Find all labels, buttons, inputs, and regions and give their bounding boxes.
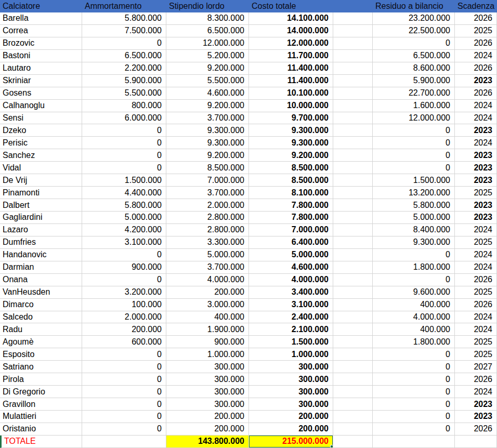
costo-totale-cell[interactable]: 9.300.000: [249, 124, 333, 137]
spacer-cell[interactable]: [333, 112, 373, 125]
player-name-cell[interactable]: De Vrij: [0, 174, 82, 187]
residuo-cell[interactable]: 5.900.000: [373, 75, 455, 87]
player-name-cell[interactable]: Lautaro: [0, 62, 82, 75]
spacer-cell[interactable]: [333, 423, 373, 436]
ammortamento-cell[interactable]: 5.500.000: [82, 87, 166, 100]
scadenza-cell[interactable]: 2025: [455, 286, 497, 299]
scadenza-cell[interactable]: 2027: [455, 361, 497, 373]
costo-totale-cell[interactable]: 8.500.000: [249, 162, 333, 174]
residuo-cell[interactable]: 0: [373, 423, 455, 436]
costo-totale-cell[interactable]: 9.200.000: [249, 149, 333, 162]
ammortamento-cell[interactable]: 600.000: [82, 336, 166, 348]
scadenza-cell[interactable]: 2023: [455, 149, 497, 162]
scadenza-cell[interactable]: 2024: [455, 311, 497, 324]
ammortamento-cell[interactable]: 0: [82, 348, 166, 361]
costo-totale-cell[interactable]: 7.800.000: [249, 212, 333, 224]
ammortamento-cell[interactable]: 0: [82, 149, 166, 162]
spacer-cell[interactable]: [333, 162, 373, 174]
scadenza-cell[interactable]: 2023: [455, 174, 497, 187]
stipendio-cell[interactable]: 7.000.000: [166, 174, 249, 187]
column-header-spacer[interactable]: [333, 0, 373, 12]
ammortamento-cell[interactable]: 800.000: [82, 100, 166, 112]
stipendio-cell[interactable]: 2.000.000: [166, 199, 249, 212]
scadenza-cell[interactable]: 2025: [455, 25, 497, 37]
residuo-cell[interactable]: 0: [373, 124, 455, 137]
scadenza-cell[interactable]: 2024: [455, 386, 497, 398]
scadenza-cell[interactable]: 2024: [455, 112, 497, 125]
player-name-cell[interactable]: Mulattieri: [0, 411, 82, 423]
residuo-cell[interactable]: 0: [373, 274, 455, 286]
residuo-cell[interactable]: 8.600.000: [373, 62, 455, 75]
ammortamento-cell[interactable]: 0: [82, 423, 166, 436]
spacer-cell[interactable]: [333, 12, 373, 25]
player-name-cell[interactable]: Sanchez: [0, 149, 82, 162]
spacer-cell[interactable]: [333, 149, 373, 162]
player-name-cell[interactable]: Skriniar: [0, 75, 82, 87]
total-stipendio-cell[interactable]: 143.800.000: [166, 436, 249, 448]
spacer-cell[interactable]: [333, 386, 373, 398]
ammortamento-cell[interactable]: 5.000.000: [82, 212, 166, 224]
scadenza-cell[interactable]: 2025: [455, 187, 497, 199]
scadenza-cell[interactable]: 2024: [455, 249, 497, 261]
residuo-cell[interactable]: 9.600.000: [373, 286, 455, 299]
residuo-cell[interactable]: 1.500.000: [373, 174, 455, 187]
ammortamento-cell[interactable]: 3.100.000: [82, 236, 166, 249]
column-header-ammortamento[interactable]: Ammortamento: [82, 0, 166, 12]
player-name-cell[interactable]: Esposito: [0, 348, 82, 361]
player-name-cell[interactable]: Salcedo: [0, 311, 82, 324]
scadenza-cell[interactable]: 2024: [455, 224, 497, 236]
column-header-residuo[interactable]: Residuo a bilancio: [373, 0, 455, 12]
costo-totale-cell[interactable]: 11.700.000: [249, 50, 333, 62]
costo-totale-cell[interactable]: 300.000: [249, 398, 333, 411]
residuo-cell[interactable]: 13.200.000: [373, 187, 455, 199]
spacer-cell[interactable]: [333, 87, 373, 100]
spacer-cell[interactable]: [333, 411, 373, 423]
costo-totale-cell[interactable]: 9.700.000: [249, 112, 333, 125]
scadenza-cell[interactable]: 2023: [455, 212, 497, 224]
stipendio-cell[interactable]: 1.000.000: [166, 348, 249, 361]
scadenza-cell[interactable]: 2024: [455, 137, 497, 149]
total-costo-selected-cell[interactable]: 215.000.000: [249, 436, 333, 448]
stipendio-cell[interactable]: 300.000: [166, 386, 249, 398]
player-name-cell[interactable]: Dalbert: [0, 199, 82, 212]
spacer-cell[interactable]: [333, 25, 373, 37]
stipendio-cell[interactable]: 9.200.000: [166, 62, 249, 75]
scadenza-cell[interactable]: 2024: [455, 323, 497, 336]
residuo-cell[interactable]: 0: [373, 162, 455, 174]
costo-totale-cell[interactable]: 12.000.000: [249, 37, 333, 50]
player-name-cell[interactable]: Vidal: [0, 162, 82, 174]
ammortamento-cell[interactable]: 0: [82, 373, 166, 386]
scadenza-cell[interactable]: 2024: [455, 261, 497, 274]
spacer-cell[interactable]: [333, 398, 373, 411]
scadenza-cell[interactable]: 2026: [455, 373, 497, 386]
spacer-cell[interactable]: [333, 75, 373, 87]
spacer-cell[interactable]: [333, 50, 373, 62]
costo-totale-cell[interactable]: 300.000: [249, 361, 333, 373]
player-name-cell[interactable]: Dimarco: [0, 299, 82, 311]
player-name-cell[interactable]: Pirola: [0, 373, 82, 386]
scadenza-cell[interactable]: 2026: [455, 299, 497, 311]
total-label-cell[interactable]: TOTALE: [0, 436, 82, 448]
stipendio-cell[interactable]: 5.000.000: [166, 249, 249, 261]
player-name-cell[interactable]: Sensi: [0, 112, 82, 125]
residuo-cell[interactable]: 0: [373, 373, 455, 386]
residuo-cell[interactable]: 1.600.000: [373, 100, 455, 112]
player-name-cell[interactable]: Gravillon: [0, 398, 82, 411]
scadenza-cell[interactable]: 2023: [455, 162, 497, 174]
ammortamento-cell[interactable]: 6.500.000: [82, 50, 166, 62]
costo-totale-cell[interactable]: 10.000.000: [249, 100, 333, 112]
player-name-cell[interactable]: VanHeusden: [0, 286, 82, 299]
stipendio-cell[interactable]: 3.700.000: [166, 112, 249, 125]
stipendio-cell[interactable]: 8.300.000: [166, 12, 249, 25]
column-header-scadenza[interactable]: Scadenza: [455, 0, 497, 12]
stipendio-cell[interactable]: 200.000: [166, 423, 249, 436]
player-name-cell[interactable]: Agoumè: [0, 336, 82, 348]
ammortamento-cell[interactable]: 0: [82, 249, 166, 261]
player-name-cell[interactable]: Dumfries: [0, 236, 82, 249]
ammortamento-cell[interactable]: 2.000.000: [82, 311, 166, 324]
stipendio-cell[interactable]: 3.300.000: [166, 236, 249, 249]
ammortamento-cell[interactable]: 4.400.000: [82, 187, 166, 199]
stipendio-cell[interactable]: 9.200.000: [166, 100, 249, 112]
costo-totale-cell[interactable]: 300.000: [249, 386, 333, 398]
player-name-cell[interactable]: Brozovic: [0, 37, 82, 50]
